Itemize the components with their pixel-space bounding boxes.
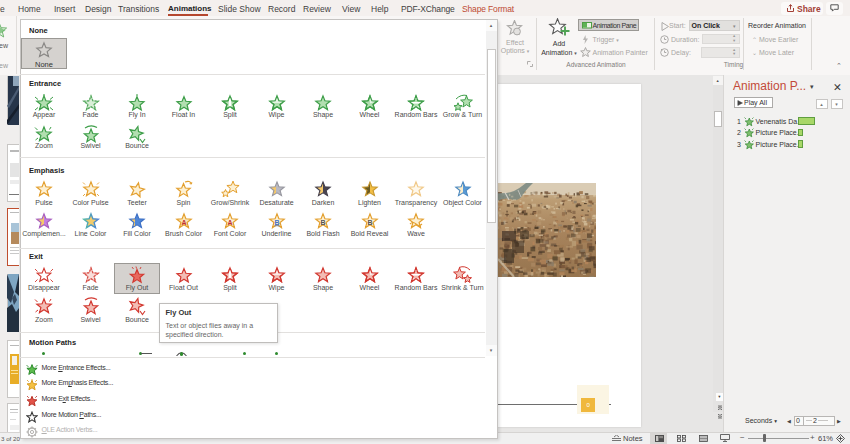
svg-text:A: A (227, 218, 232, 225)
svg-text:B: B (320, 218, 325, 225)
svg-text:B: B (367, 218, 372, 225)
svg-text:B: B (274, 218, 279, 225)
svg-text:A: A (181, 218, 186, 225)
